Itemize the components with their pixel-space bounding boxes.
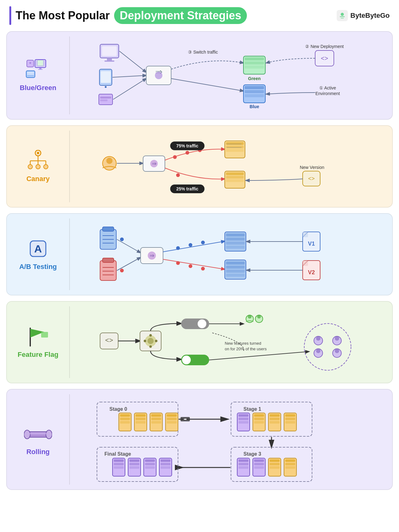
- svg-rect-239: [161, 466, 171, 469]
- svg-rect-32: [245, 57, 264, 60]
- svg-rect-178: [151, 418, 161, 420]
- ab-svg: ⇒ V1: [91, 220, 371, 289]
- svg-point-148: [248, 315, 252, 319]
- svg-rect-230: [129, 463, 139, 465]
- svg-point-164: [46, 430, 52, 439]
- svg-point-1: [341, 13, 344, 16]
- svg-rect-170: [120, 418, 130, 420]
- svg-rect-80: [226, 179, 244, 182]
- svg-point-144: [182, 356, 191, 364]
- svg-line-30: [171, 79, 243, 91]
- card-canary: Canary ⇒ 75% traffic: [6, 125, 393, 208]
- svg-rect-227: [114, 466, 124, 469]
- svg-rect-118: [226, 266, 245, 269]
- featureflag-icon: [26, 326, 50, 347]
- svg-rect-193: [254, 414, 264, 417]
- svg-line-24: [119, 51, 146, 72]
- canary-diagram: ⇒ 75% traffic 25% traffic: [70, 126, 392, 207]
- rolling-icon: [24, 423, 52, 445]
- ab-diagram: ⇒ V1: [70, 214, 392, 295]
- ab-label-text: A/B Testing: [19, 263, 57, 271]
- svg-text:③ Switch traffic: ③ Switch traffic: [188, 50, 218, 55]
- svg-text:Green: Green: [248, 76, 261, 81]
- rolling-svg: Stage 0 ➡ Stage 1: [91, 396, 371, 483]
- svg-rect-37: [245, 86, 264, 89]
- svg-rect-209: [238, 466, 248, 469]
- svg-rect-34: [245, 65, 264, 69]
- svg-point-138: [149, 345, 152, 348]
- svg-rect-174: [136, 418, 146, 420]
- svg-text:New Version: New Version: [300, 165, 324, 170]
- svg-point-105: [201, 241, 205, 244]
- svg-line-106: [163, 241, 225, 252]
- svg-rect-112: [226, 233, 245, 237]
- svg-rect-189: [238, 414, 248, 417]
- svg-rect-173: [136, 414, 146, 417]
- svg-rect-199: [270, 421, 280, 424]
- svg-point-161: [335, 349, 339, 353]
- featureflag-diagram: <>: [70, 302, 392, 383]
- svg-rect-195: [254, 421, 264, 424]
- svg-rect-220: [285, 463, 295, 465]
- svg-point-139: [144, 340, 146, 342]
- svg-rect-22: [100, 97, 111, 98]
- ab-label: A A/B Testing: [7, 214, 69, 295]
- canary-label: Canary: [7, 126, 69, 207]
- svg-rect-122: [303, 232, 308, 237]
- svg-point-96: [120, 237, 124, 241]
- svg-point-66: [176, 173, 180, 177]
- svg-rect-2: [340, 16, 345, 17]
- svg-point-48: [37, 152, 39, 154]
- svg-text:② New Deployment: ② New Deployment: [305, 44, 344, 49]
- svg-rect-78: [226, 172, 244, 175]
- svg-text:A: A: [34, 243, 42, 255]
- svg-text:25% traffic: 25% traffic: [176, 186, 199, 191]
- svg-text:<>: <>: [321, 55, 328, 62]
- svg-rect-16: [107, 58, 112, 60]
- svg-point-20: [105, 86, 107, 88]
- svg-text:⇒: ⇒: [152, 161, 156, 167]
- canary-label-text: Canary: [26, 175, 50, 183]
- header-title-group: The Most Popular Deployment Strategies: [9, 6, 247, 25]
- svg-rect-119: [226, 270, 245, 273]
- svg-rect-237: [161, 459, 171, 462]
- svg-rect-8: [38, 69, 43, 70]
- svg-rect-171: [120, 421, 130, 424]
- svg-rect-191: [238, 421, 248, 424]
- svg-point-13: [29, 62, 31, 64]
- svg-rect-235: [145, 466, 155, 469]
- svg-rect-208: [238, 463, 248, 465]
- svg-point-64: [185, 151, 189, 155]
- svg-rect-165: [30, 433, 46, 434]
- svg-rect-73: [226, 146, 244, 148]
- rolling-label: Rolling: [7, 390, 69, 489]
- svg-rect-3: [341, 18, 344, 19]
- svg-text:<>: <>: [308, 175, 315, 182]
- svg-text:Stage 3: Stage 3: [243, 451, 261, 457]
- svg-point-54: [28, 165, 32, 169]
- svg-rect-229: [129, 459, 139, 462]
- svg-line-99: [117, 257, 141, 271]
- svg-rect-177: [151, 414, 161, 417]
- svg-point-109: [201, 267, 205, 271]
- card-bluegreen: Blue/Green ⇒: [6, 31, 393, 120]
- svg-text:Blue: Blue: [250, 104, 259, 109]
- svg-point-155: [316, 336, 320, 341]
- svg-rect-213: [254, 466, 264, 469]
- svg-line-97: [117, 239, 141, 253]
- svg-rect-91: [100, 261, 116, 280]
- bluegreen-label-text: Blue/Green: [20, 84, 56, 92]
- canary-svg: ⇒ 75% traffic 25% traffic: [91, 132, 371, 201]
- svg-point-58: [106, 158, 113, 164]
- card-rolling: Rolling Stage 0: [6, 389, 393, 490]
- svg-rect-17: [104, 60, 114, 62]
- svg-rect-179: [151, 421, 161, 424]
- svg-rect-33: [245, 61, 264, 65]
- svg-rect-197: [270, 414, 280, 417]
- svg-point-153: [304, 324, 351, 370]
- svg-rect-114: [226, 242, 245, 245]
- svg-point-137: [149, 334, 152, 337]
- card-ab: A A/B Testing ⇒: [6, 213, 393, 295]
- svg-rect-126: [303, 261, 308, 266]
- svg-point-29: [155, 72, 162, 79]
